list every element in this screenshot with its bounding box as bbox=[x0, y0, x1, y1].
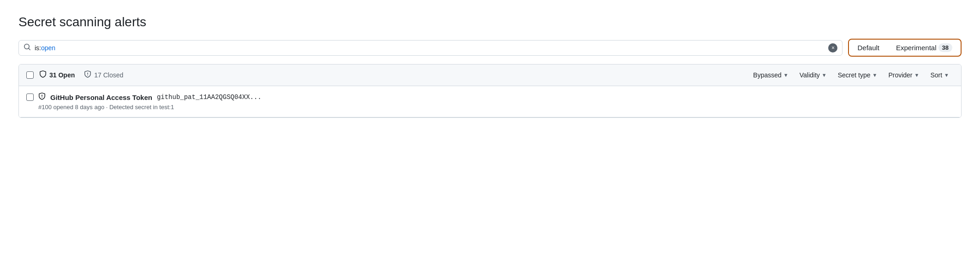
alert-token: github_pat_11AA2QGSQ04XX... bbox=[157, 93, 262, 101]
alert-meta: #100 opened 8 days ago · Detected secret… bbox=[38, 104, 954, 111]
validity-label: Validity bbox=[800, 71, 820, 79]
alert-secret-icon bbox=[38, 93, 46, 102]
clear-search-button[interactable]: × bbox=[828, 43, 837, 53]
validity-filter-button[interactable]: Validity ▼ bbox=[795, 69, 831, 81]
default-coverage-button[interactable]: Default bbox=[849, 40, 888, 55]
open-count-label: 31 Open bbox=[49, 71, 75, 79]
page-title: Secret scanning alerts bbox=[18, 15, 962, 29]
alert-title: GitHub Personal Access Token bbox=[50, 93, 152, 101]
alerts-header-row: 31 Open 17 Closed Bypassed ▼ bbox=[19, 64, 961, 86]
secret-type-chevron-icon: ▼ bbox=[872, 72, 878, 78]
provider-filter-button[interactable]: Provider ▼ bbox=[884, 69, 924, 81]
search-query-keyword: open bbox=[41, 44, 55, 52]
search-row: is:open × Default Experimental 38 bbox=[18, 39, 962, 57]
secret-type-filter-button[interactable]: Secret type ▼ bbox=[833, 69, 882, 81]
open-status-filter[interactable]: 31 Open bbox=[39, 70, 75, 80]
closed-shield-icon bbox=[84, 70, 91, 80]
alert-checkbox[interactable] bbox=[26, 93, 34, 101]
experimental-badge: 38 bbox=[938, 43, 952, 52]
open-shield-icon bbox=[39, 70, 47, 80]
experimental-coverage-button[interactable]: Experimental 38 bbox=[888, 40, 961, 56]
sort-chevron-icon: ▼ bbox=[944, 72, 949, 78]
alert-item[interactable]: GitHub Personal Access Token github_pat_… bbox=[19, 86, 961, 117]
alert-item-main: GitHub Personal Access Token github_pat_… bbox=[26, 93, 954, 102]
bypassed-filter-button[interactable]: Bypassed ▼ bbox=[748, 69, 793, 81]
experimental-label: Experimental bbox=[896, 44, 937, 52]
bypassed-chevron-icon: ▼ bbox=[783, 72, 789, 78]
secret-type-label: Secret type bbox=[838, 71, 871, 79]
coverage-toggle: Default Experimental 38 bbox=[848, 39, 962, 57]
provider-label: Provider bbox=[888, 71, 912, 79]
closed-status-filter[interactable]: 17 Closed bbox=[84, 70, 123, 80]
select-all-checkbox[interactable] bbox=[26, 71, 34, 79]
filter-buttons-group: Bypassed ▼ Validity ▼ Secret type ▼ Prov… bbox=[748, 69, 954, 81]
provider-chevron-icon: ▼ bbox=[914, 72, 920, 78]
closed-count-label: 17 Closed bbox=[94, 71, 123, 79]
validity-chevron-icon: ▼ bbox=[822, 72, 827, 78]
close-icon: × bbox=[831, 45, 835, 51]
search-input[interactable]: is:open bbox=[35, 44, 825, 52]
search-icon bbox=[24, 43, 31, 53]
bypassed-label: Bypassed bbox=[753, 71, 781, 79]
status-group: 31 Open 17 Closed bbox=[39, 70, 123, 80]
search-box: is:open × bbox=[18, 40, 843, 56]
alerts-list: 31 Open 17 Closed Bypassed ▼ bbox=[18, 64, 962, 118]
sort-label: Sort bbox=[930, 71, 942, 79]
select-all-checkbox-area bbox=[26, 71, 34, 79]
sort-button[interactable]: Sort ▼ bbox=[926, 69, 954, 81]
